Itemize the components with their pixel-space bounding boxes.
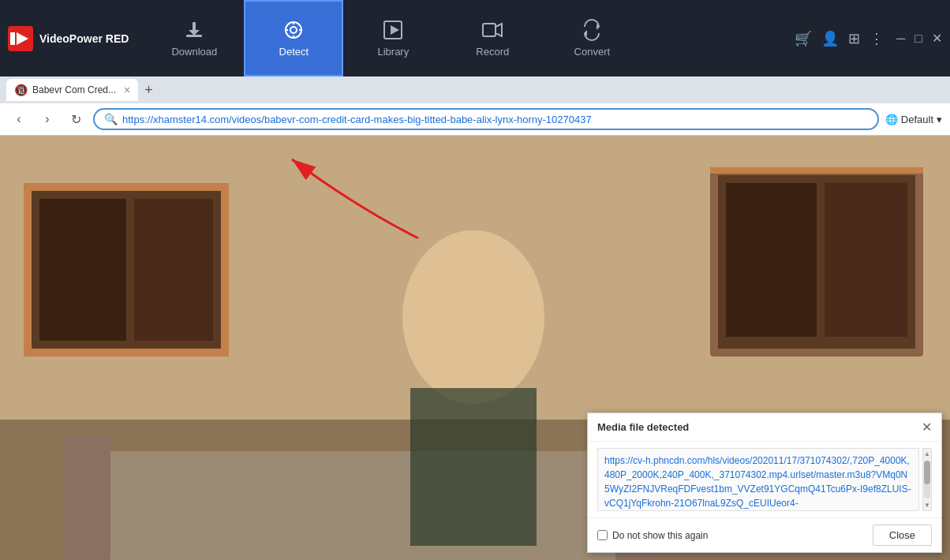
scroll-up-button[interactable]: ▲ <box>922 449 932 459</box>
cart-icon[interactable]: 🛒 <box>795 30 812 47</box>
user-icon[interactable]: 👤 <box>821 30 839 47</box>
tab-record[interactable]: Record <box>443 0 542 77</box>
tab-detect[interactable]: Detect <box>244 0 343 77</box>
browser-tab-active[interactable]: 🔞 Babevr Com Cred... × <box>6 79 138 101</box>
do-not-show-checkbox[interactable] <box>597 530 608 540</box>
dialog-body: https://cv-h.phncdn.com/hls/videos/20201… <box>588 442 941 517</box>
default-button[interactable]: 🌐 Default ▾ <box>885 114 942 125</box>
tab-download-label: Download <box>171 46 217 58</box>
tab-record-label: Record <box>476 46 509 58</box>
dialog-url-area: https://cv-h.phncdn.com/hls/videos/20201… <box>597 448 932 511</box>
close-button[interactable]: ✕ <box>932 31 942 46</box>
do-not-show-checkbox-label[interactable]: Do not show this again <box>597 530 708 541</box>
svg-marker-13 <box>391 25 399 35</box>
tab-row: 🔞 Babevr Com Cred... × + <box>0 77 950 103</box>
chevron-down-icon: ▾ <box>937 114 942 125</box>
svg-point-7 <box>290 27 297 33</box>
new-tab-button[interactable]: + <box>144 82 153 99</box>
checkbox-label-text: Do not show this again <box>612 530 708 541</box>
scroll-thumb[interactable] <box>924 461 930 484</box>
tab-download[interactable]: Download <box>144 0 244 77</box>
url-input[interactable] <box>122 114 868 125</box>
detection-dialog: Media file detected ✕ https://cv-h.phncd… <box>587 413 942 553</box>
back-button[interactable]: ‹ <box>8 108 30 130</box>
dialog-close-button[interactable]: ✕ <box>922 420 932 435</box>
refresh-button[interactable]: ↻ <box>65 108 87 130</box>
svg-rect-24 <box>24 183 229 191</box>
title-bar: VideoPower RED Download Detect <box>0 0 950 77</box>
tab-convert[interactable]: Convert <box>542 0 641 77</box>
scroll-track <box>924 461 930 498</box>
nav-tabs: Download Detect Library <box>144 0 795 77</box>
svg-rect-39 <box>410 388 537 546</box>
svg-rect-27 <box>221 183 229 357</box>
dialog-close-btn[interactable]: Close <box>873 525 932 546</box>
svg-rect-22 <box>39 199 126 341</box>
scroll-down-button[interactable]: ▼ <box>922 500 932 510</box>
tab-library-label: Library <box>377 46 409 58</box>
svg-rect-2 <box>10 32 15 45</box>
svg-rect-14 <box>483 24 496 36</box>
dialog-header: Media file detected ✕ <box>588 413 941 442</box>
grid-icon[interactable]: ⊞ <box>848 30 860 47</box>
app-title: VideoPower RED <box>39 32 129 45</box>
tab-detect-label: Detect <box>279 46 309 58</box>
tab-library[interactable]: Library <box>343 0 443 77</box>
minimize-button[interactable]: ─ <box>896 32 905 46</box>
tab-favicon: 🔞 <box>14 84 28 96</box>
nav-row: ‹ › ↻ 🔍 🌐 Default ▾ <box>0 103 950 135</box>
svg-rect-36 <box>63 435 110 560</box>
url-bar[interactable]: 🔍 <box>93 108 879 130</box>
svg-rect-32 <box>710 167 923 174</box>
tab-convert-label: Convert <box>574 46 611 58</box>
svg-marker-5 <box>189 30 200 35</box>
browser-bar: 🔞 Babevr Com Cred... × + ‹ › ↻ 🔍 🌐 Defau… <box>0 77 950 136</box>
dialog-footer: Do not show this again Close <box>588 517 941 552</box>
globe-icon: 🌐 <box>885 114 898 125</box>
window-controls: 🛒 👤 ⊞ ⋮ ─ □ ✕ <box>795 30 942 47</box>
forward-button[interactable]: › <box>36 108 58 130</box>
svg-rect-35 <box>79 451 631 560</box>
svg-rect-25 <box>24 349 229 357</box>
library-icon <box>382 19 404 41</box>
detect-icon <box>282 19 305 41</box>
maximize-button[interactable]: □ <box>914 32 922 46</box>
svg-rect-26 <box>24 183 32 357</box>
tab-title-text: Babevr Com Cred... <box>32 84 116 95</box>
default-label: Default <box>901 114 933 125</box>
search-icon: 🔍 <box>104 113 118 125</box>
app-logo-icon <box>8 26 33 51</box>
svg-point-38 <box>402 230 544 404</box>
dialog-url-text[interactable]: https://cv-h.phncdn.com/hls/videos/20201… <box>597 448 919 511</box>
dialog-scrollbar[interactable]: ▲ ▼ <box>922 448 932 511</box>
more-icon[interactable]: ⋮ <box>870 30 884 47</box>
app-logo: VideoPower RED <box>8 26 129 51</box>
main-content: Media file detected ✕ https://cv-h.phncd… <box>0 136 950 560</box>
svg-marker-15 <box>496 24 502 36</box>
svg-rect-30 <box>726 183 817 337</box>
tab-close-button[interactable]: × <box>124 84 130 96</box>
download-icon <box>183 19 205 41</box>
svg-rect-31 <box>825 183 907 337</box>
svg-rect-23 <box>134 199 213 341</box>
record-icon <box>481 19 503 41</box>
convert-icon <box>581 19 603 41</box>
dialog-title: Media file detected <box>597 421 689 433</box>
